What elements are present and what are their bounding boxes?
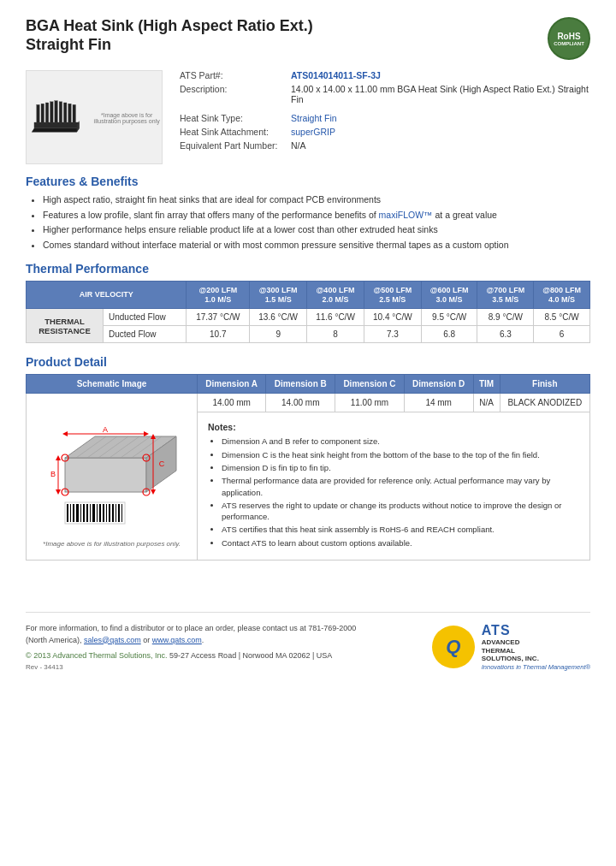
note-5: ATS reserves the right to update or chan… (222, 500, 579, 523)
rohs-compliant: COMPLIANT (554, 41, 584, 46)
header-dim-b: Dimension B (266, 375, 335, 394)
unducted-800: 8.5 °C/W (534, 309, 590, 326)
image-note: *Image above is for illustration purpose… (92, 112, 162, 124)
svg-rect-2 (41, 104, 44, 122)
svg-rect-4 (50, 102, 54, 123)
notes-section: Notes: Dimension A and B refer to compon… (201, 417, 586, 555)
col-800lfm: @800 LFM 4.0 M/S (534, 281, 590, 309)
unducted-400: 11.6 °C/W (307, 309, 364, 326)
ats-full-name-line2: THERMAL (482, 647, 590, 655)
unducted-200: 17.37 °C/W (187, 309, 250, 326)
note-4: Thermal performance data are provided fo… (222, 475, 579, 498)
feature-item-1: High aspect ratio, straight fin heat sin… (43, 193, 590, 206)
col-500lfm: @500 LFM 2.5 M/S (364, 281, 421, 309)
svg-rect-36 (80, 504, 81, 522)
svg-rect-5 (55, 101, 58, 123)
svg-rect-1 (37, 104, 40, 122)
feature-item-4: Comes standard without interface materia… (43, 239, 590, 252)
schematic-image-cell: A B C (27, 394, 198, 561)
revision-note: Rev - 34413 (26, 663, 368, 671)
footer-contact: For more information, to find a distribu… (26, 623, 368, 646)
features-section: Features & Benefits High aspect ratio, s… (26, 175, 590, 252)
spec-part-number: ATS Part#: ATS014014011-SF-3J (180, 70, 590, 80)
features-list: High aspect ratio, straight fin heat sin… (43, 193, 590, 252)
notes-list: Dimension A and B refer to component siz… (222, 436, 579, 549)
svg-text:A: A (102, 425, 107, 434)
svg-rect-42 (99, 504, 101, 522)
note-1: Dimension A and B refer to component siz… (222, 436, 579, 447)
product-title: BGA Heat Sink (High Aspect Ratio Ext.) S… (26, 17, 313, 54)
detail-table: Schematic Image Dimension A Dimension B … (26, 374, 590, 561)
svg-rect-7 (63, 103, 67, 122)
product-info-section: *Image above is for illustration purpose… (26, 70, 590, 164)
note-6: ATS certifies that this heat sink assemb… (222, 524, 579, 535)
features-title: Features & Benefits (26, 175, 590, 188)
product-title-line2: Straight Fin (26, 36, 313, 55)
schematic-note: *Image above is for illustration purpose… (30, 540, 193, 548)
air-velocity-header: AIR VELOCITY (27, 281, 187, 309)
unducted-700: 8.9 °C/W (477, 309, 534, 326)
thermal-table: AIR VELOCITY @200 LFM 1.0 M/S @300 LFM 1… (26, 281, 590, 344)
ats-logo: Q ATS ADVANCED THERMAL SOLUTIONS, INC. I… (432, 623, 590, 671)
note-3: Dimension D is fin tip to fin tip. (222, 462, 579, 473)
ats-logo-text: ATS ADVANCED THERMAL SOLUTIONS, INC. Inn… (482, 623, 590, 671)
dim-d-value: 14 mm (404, 394, 473, 412)
thermal-title: Thermal Performance (26, 262, 590, 276)
footer-copyright: © 2013 Advanced Thermal Solutions, Inc. … (26, 651, 368, 660)
svg-rect-34 (73, 504, 74, 522)
ats-tagline: Innovations in Thermal Management® (482, 663, 590, 671)
spec-type: Heat Sink Type: Straight Fin (180, 113, 590, 123)
svg-rect-39 (90, 504, 91, 522)
product-specs: ATS Part#: ATS014014011-SF-3J Descriptio… (180, 70, 590, 164)
ats-full-name-line3: SOLUTIONS, INC. (482, 655, 590, 663)
svg-rect-0 (34, 122, 80, 128)
svg-rect-6 (59, 102, 62, 123)
ducted-label: Ducted Flow (104, 326, 187, 343)
header-tim: TIM (473, 375, 500, 394)
spec-description: Description: 14.00 x 14.00 x 11.00 mm BG… (180, 84, 590, 104)
svg-rect-9 (73, 104, 76, 122)
col-200lfm: @200 LFM 1.0 M/S (187, 281, 250, 309)
notes-title: Notes: (208, 422, 579, 432)
ducted-700: 6.3 (477, 326, 534, 343)
dim-a-value: 14.00 mm (198, 394, 266, 412)
finish-value: BLACK ANODIZED (500, 394, 589, 412)
col-300lfm: @300 LFM 1.5 M/S (250, 281, 307, 309)
rohs-badge: RoHS COMPLIANT (548, 17, 590, 60)
footer-website[interactable]: www.qats.com (152, 636, 202, 644)
spec-attachment: Heat Sink Attachment: superGRIP (180, 127, 590, 137)
footer-email[interactable]: sales@qats.com (84, 636, 141, 644)
ats-name: ATS (482, 623, 590, 638)
unducted-label: Unducted Flow (104, 309, 187, 326)
ducted-400: 8 (307, 326, 364, 343)
ducted-200: 10.7 (187, 326, 250, 343)
svg-rect-38 (86, 504, 88, 522)
schematic-svg: A B C (35, 398, 189, 535)
svg-rect-47 (116, 504, 116, 522)
note-2: Dimension C is the heat sink height from… (222, 449, 579, 460)
svg-marker-10 (32, 128, 80, 133)
note-7: Contact ATS to learn about custom option… (222, 537, 579, 549)
thermal-row-unducted: THERMAL RESISTANCE Unducted Flow 17.37 °… (27, 309, 590, 326)
svg-rect-45 (109, 504, 110, 522)
svg-rect-3 (45, 103, 49, 122)
product-title-line1: BGA Heat Sink (High Aspect Ratio Ext.) (26, 17, 313, 36)
unducted-600: 9.5 °C/W (421, 309, 477, 326)
unducted-500: 10.4 °C/W (364, 309, 421, 326)
heatsink-illustration (27, 79, 92, 156)
svg-text:B: B (50, 470, 55, 478)
dim-c-value: 11.00 mm (335, 394, 405, 412)
product-detail-section: Product Detail Schematic Image Dimension… (26, 355, 590, 561)
page-header: BGA Heat Sink (High Aspect Ratio Ext.) S… (26, 17, 590, 60)
ducted-500: 7.3 (364, 326, 421, 343)
svg-rect-33 (70, 504, 71, 522)
header-finish: Finish (500, 375, 589, 394)
thermal-row-ducted: Ducted Flow 10.7 9 8 7.3 6.8 6.3 6 (27, 326, 590, 343)
maxiflow-link: maxiFLOW™ (379, 210, 433, 220)
ats-full-name-line1: ADVANCED (482, 638, 590, 647)
svg-rect-43 (103, 504, 104, 522)
thermal-resistance-label: THERMAL RESISTANCE (27, 309, 104, 343)
header-dim-a: Dimension A (198, 375, 266, 394)
col-700lfm: @700 LFM 3.5 M/S (477, 281, 534, 309)
svg-rect-49 (121, 504, 122, 522)
